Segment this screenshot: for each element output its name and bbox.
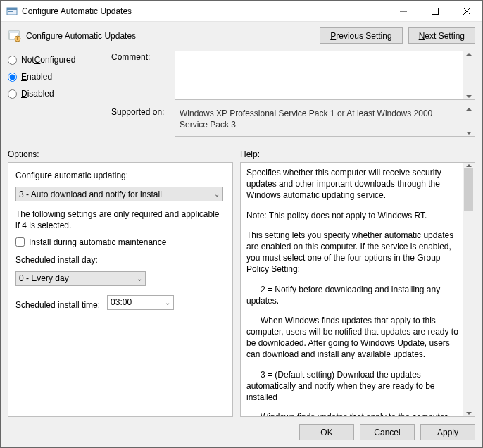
svg-rect-1 [7, 8, 17, 10]
chevron-down-icon: ⌄ [137, 275, 142, 282]
chevron-down-icon: ⌄ [165, 299, 170, 306]
chevron-down-icon: ⌄ [214, 190, 220, 198]
client-area: Configure Automatic Updates Previous Set… [1, 22, 482, 447]
next-setting-button[interactable]: Next Setting [408, 27, 475, 44]
comment-scrollbar[interactable] [463, 51, 475, 99]
ok-button[interactable]: OK [299, 424, 354, 440]
window-controls [387, 1, 482, 21]
cancel-button[interactable]: Cancel [360, 424, 415, 440]
supported-scrollbar[interactable] [463, 106, 475, 136]
panels: Configure automatic updating: 3 - Auto d… [8, 162, 475, 417]
maximize-button[interactable] [419, 1, 451, 21]
install-time-label: Scheduled install time: [15, 300, 100, 310]
install-time-row: Scheduled install time: 03:00 ⌄ [15, 293, 223, 317]
scroll-down-icon [466, 412, 472, 415]
dialog-window: Configure Automatic Updates [0, 0, 483, 448]
window-title: Configure Automatic Updates [22, 6, 387, 16]
options-label: Options: [8, 149, 233, 159]
install-time-select[interactable]: 03:00 ⌄ [107, 295, 174, 310]
supported-text: Windows XP Professional Service Pack 1 o… [180, 108, 432, 130]
install-day-select[interactable]: 0 - Every day ⌄ [15, 271, 146, 286]
supported-textbox: Windows XP Professional Service Pack 1 o… [175, 106, 475, 137]
configure-updating-value: 3 - Auto download and notify for install [19, 189, 162, 199]
comment-textbox[interactable] [175, 51, 475, 100]
previous-setting-button[interactable]: Previous Setting [320, 27, 402, 44]
nav-buttons: Previous Setting Next Setting [320, 27, 475, 44]
options-note: The following settings are only required… [15, 209, 223, 231]
apply-button[interactable]: Apply [420, 424, 475, 440]
supported-row: Supported on: Windows XP Professional Se… [111, 106, 475, 137]
install-day-label: Scheduled install day: [15, 254, 223, 266]
configure-updating-label: Configure automatic updating: [15, 170, 223, 181]
scroll-down-icon [466, 132, 472, 135]
state-radios: Not Configured Enabled Disabled [8, 51, 103, 142]
help-p1: Specifies whether this computer will rec… [246, 167, 459, 201]
app-icon [6, 6, 18, 17]
comment-label: Comment: [111, 51, 175, 100]
radio-not-configured-input[interactable] [8, 56, 17, 65]
help-p5: When Windows finds updates that apply to… [246, 315, 459, 361]
help-p7: Windows finds updates that apply to the … [246, 411, 459, 417]
header-row: Configure Automatic Updates Previous Set… [8, 27, 475, 44]
titlebar: Configure Automatic Updates [1, 1, 482, 22]
comment-row: Comment: [111, 51, 475, 100]
dialog-buttons: OK Cancel Apply [8, 424, 475, 440]
svg-rect-2 [8, 11, 13, 12]
svg-rect-3 [8, 13, 13, 13]
radio-enabled[interactable]: Enabled [8, 72, 103, 82]
comment-supported-block: Comment: Supported on: Windows XP Profes… [111, 51, 475, 142]
policy-title: Configure Automatic Updates [26, 31, 320, 41]
svg-rect-9 [9, 31, 19, 33]
close-button[interactable] [451, 1, 482, 21]
help-p6: 3 = (Default setting) Download the updat… [246, 369, 459, 404]
install-day-value: 0 - Every day [19, 273, 69, 283]
help-label: Help: [240, 149, 260, 159]
panel-labels: Options: Help: [8, 149, 475, 159]
help-panel: Specifies whether this computer will rec… [240, 162, 475, 417]
install-maintenance-checkbox[interactable]: Install during automatic maintenance [15, 237, 223, 247]
scroll-track[interactable] [463, 168, 475, 411]
policy-icon [8, 29, 22, 43]
configure-updating-select[interactable]: 3 - Auto download and notify for install… [15, 187, 223, 201]
supported-label: Supported on: [111, 106, 175, 137]
help-p3: This setting lets you specify whether au… [246, 230, 459, 275]
svg-rect-5 [432, 8, 438, 14]
install-maintenance-input[interactable] [15, 237, 25, 247]
minimize-button[interactable] [387, 1, 419, 21]
scroll-up-icon [466, 164, 472, 167]
scroll-up-icon [466, 108, 472, 111]
scroll-down-icon [466, 95, 472, 98]
install-maintenance-label: Install during automatic maintenance [29, 237, 166, 247]
help-p2: Note: This policy does not apply to Wind… [246, 210, 459, 221]
install-time-value: 03:00 [111, 297, 132, 307]
svg-rect-11 [17, 37, 18, 40]
options-panel: Configure automatic updating: 3 - Auto d… [8, 162, 233, 417]
radio-disabled[interactable]: Disabled [8, 89, 103, 99]
scroll-thumb[interactable] [464, 168, 473, 211]
scroll-up-icon [466, 53, 472, 56]
help-scrollbar[interactable] [463, 163, 475, 416]
radio-not-configured[interactable]: Not Configured [8, 55, 103, 65]
radio-enabled-input[interactable] [8, 73, 17, 82]
radio-disabled-input[interactable] [8, 89, 17, 99]
config-area: Not Configured Enabled Disabled Comment: [8, 51, 475, 142]
help-p4: 2 = Notify before downloading and instal… [246, 284, 459, 306]
